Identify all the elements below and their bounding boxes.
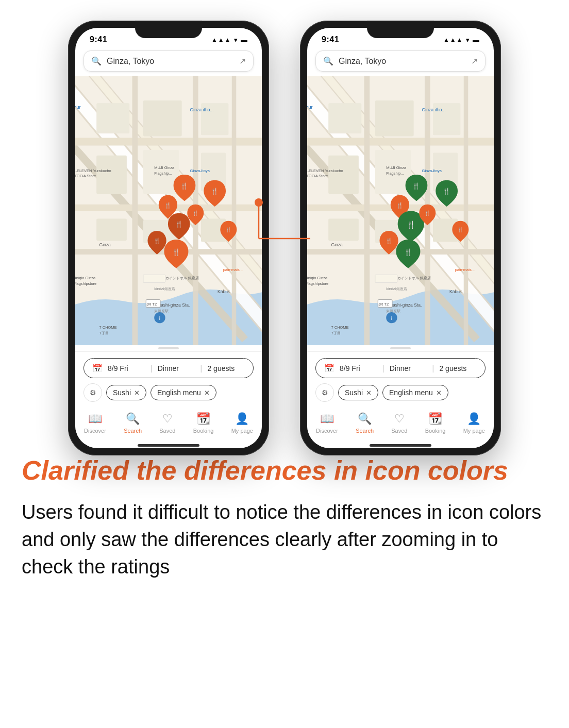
battery-icon-left: ▬: [241, 36, 247, 44]
phone-right-notch: [367, 21, 434, 38]
phone-right-wrapper: 9:41 ▲▲▲ ▾ ▬ 🔍 Ginza, Tokyo ↗: [300, 21, 501, 455]
meal-text-left: Dinner: [158, 364, 195, 373]
svg-text:🍴: 🍴: [404, 248, 412, 257]
scroll-bar-right: [390, 347, 411, 349]
svg-text:🍴: 🍴: [424, 210, 430, 216]
svg-text:7 CHOME: 7 CHOME: [99, 325, 117, 330]
sushi-chip-label-left: Sushi: [113, 388, 131, 397]
svg-text:Kabuk: Kabuk: [217, 289, 230, 294]
date-bar-left[interactable]: 📅 8/9 Fri | Dinner | 2 guests: [83, 358, 254, 378]
sushi-chip-close-right[interactable]: ✕: [366, 389, 372, 397]
nav-booking-left[interactable]: 📆 Booking: [193, 412, 214, 434]
svg-text:7 CHOME: 7 CHOME: [331, 325, 349, 330]
booking-icon-left: 📆: [196, 412, 210, 426]
svg-text:🍴: 🍴: [172, 248, 180, 257]
nav-saved-left[interactable]: ♡ Saved: [159, 412, 175, 434]
wifi-icon-left: ▾: [234, 36, 238, 44]
svg-text:🍴: 🍴: [457, 227, 463, 233]
sushi-chip-label-right: Sushi: [345, 388, 363, 397]
svg-rect-73: [375, 100, 414, 136]
svg-text:pain·mais...: pain·mais...: [455, 267, 475, 272]
filter-button-left[interactable]: ⚙: [83, 383, 102, 402]
filter-button-right[interactable]: ⚙: [315, 383, 334, 402]
english-menu-close-left[interactable]: ✕: [204, 389, 210, 397]
search-icon-right: 🔍: [323, 56, 333, 66]
svg-text:Flagship...: Flagship...: [154, 171, 172, 176]
bottom-area-right: 📅 8/9 Fri | Dinner | 2 guests ⚙ Sushi: [307, 351, 494, 408]
english-menu-label-right: English menu: [389, 388, 433, 397]
search-nav-icon-right: 🔍: [358, 412, 372, 426]
nav-discover-left[interactable]: 📖 Discover: [84, 412, 106, 434]
bottom-nav-right: 📖 Discover 🔍 Search ♡ Saved 📆: [307, 408, 494, 444]
map-area-left[interactable]: Yur Ginza-itho... 7-ELEVEN Yurakucho ITO…: [75, 76, 262, 345]
guests-text-right: 2 guests: [439, 364, 477, 373]
svg-text:JR T2: JR T2: [378, 302, 389, 307]
nav-mypage-right[interactable]: 👤 My page: [463, 412, 485, 434]
nav-mypage-label-right: My page: [463, 428, 485, 434]
status-time-right: 9:41: [322, 35, 339, 44]
svg-text:Flagshipstore: Flagshipstore: [75, 281, 96, 286]
battery-icon-right: ▬: [473, 36, 479, 44]
svg-rect-78: [328, 219, 359, 241]
location-icon-right: ↗: [471, 56, 478, 66]
bottom-nav-left: 📖 Discover 🔍 Search ♡ Saved 📆: [75, 408, 262, 444]
svg-text:Ginza-itho...: Ginza-itho...: [422, 107, 446, 112]
english-menu-chip-left[interactable]: English menu ✕: [150, 385, 216, 400]
english-menu-chip-right[interactable]: English menu ✕: [382, 385, 448, 400]
svg-text:🍴: 🍴: [225, 227, 231, 233]
body-paragraph: Users found it difficult to notice the d…: [22, 499, 547, 581]
svg-rect-72: [328, 103, 361, 133]
calendar-icon-right: 📅: [324, 363, 334, 373]
svg-text:🍴: 🍴: [175, 221, 183, 228]
phone-right-frame: 9:41 ▲▲▲ ▾ ▬ 🔍 Ginza, Tokyo ↗: [300, 21, 501, 455]
svg-text:🍴: 🍴: [154, 238, 161, 244]
guests-text-left: 2 guests: [207, 364, 245, 373]
nav-mypage-left[interactable]: 👤 My page: [231, 412, 253, 434]
svg-text:i: i: [391, 315, 392, 321]
nav-discover-right[interactable]: 📖 Discover: [316, 412, 338, 434]
home-indicator-left: [75, 444, 262, 448]
nav-discover-label-left: Discover: [84, 428, 106, 434]
nav-booking-right[interactable]: 📆 Booking: [425, 412, 446, 434]
svg-text:Yur: Yur: [75, 104, 81, 110]
search-bar-right[interactable]: 🔍 Ginza, Tokyo ↗: [315, 50, 486, 72]
discover-icon-left: 📖: [88, 412, 102, 426]
svg-rect-18: [96, 219, 127, 241]
map-area-right[interactable]: Yur Ginza-itho... 7-ELEVEN Yurakucho ITO…: [307, 76, 494, 345]
sushi-chip-close-left[interactable]: ✕: [134, 389, 140, 397]
mypage-icon-left: 👤: [235, 412, 249, 426]
map-svg-left: Yur Ginza-itho... 7-ELEVEN Yurakucho ITO…: [75, 76, 262, 345]
svg-text:🍴: 🍴: [407, 221, 416, 229]
home-indicator-right: [307, 444, 494, 448]
svg-text:🍴: 🍴: [396, 202, 404, 209]
svg-text:Flagshipstore: Flagshipstore: [307, 281, 328, 286]
sushi-chip-right[interactable]: Sushi ✕: [338, 385, 378, 400]
search-bar-left[interactable]: 🔍 Ginza, Tokyo ↗: [83, 50, 254, 72]
signal-icon-left: ▲▲▲: [211, 36, 231, 44]
svg-text:Yur: Yur: [307, 104, 313, 110]
page-container: 9:41 ▲▲▲ ▾ ▬ 🔍 Ginza, Tokyo ↗: [0, 0, 569, 601]
nav-search-left[interactable]: 🔍 Search: [124, 412, 142, 434]
svg-text:ITOCiA Store: ITOCiA Store: [75, 174, 96, 178]
discover-icon-right: 📖: [320, 412, 334, 426]
date-bar-right[interactable]: 📅 8/9 Fri | Dinner | 2 guests: [315, 358, 486, 378]
nav-mypage-label-left: My page: [231, 428, 253, 434]
svg-text:Ginza-Itoya: Ginza-Itoya: [422, 168, 442, 173]
search-text-right: Ginza, Tokyo: [339, 57, 466, 66]
svg-text:7-ELEVEN Yurakucho: 7-ELEVEN Yurakucho: [75, 168, 111, 173]
sushi-chip-left[interactable]: Sushi ✕: [106, 385, 146, 400]
search-icon-left: 🔍: [91, 56, 102, 66]
booking-icon-right: 📆: [428, 412, 442, 426]
nav-search-right[interactable]: 🔍 Search: [356, 412, 374, 434]
svg-text:kindal銀座店: kindal銀座店: [386, 286, 407, 291]
svg-text:🍴: 🍴: [180, 182, 188, 190]
svg-text:Ginza-Itoya: Ginza-Itoya: [190, 168, 210, 173]
map-svg-right: Yur Ginza-itho... 7-ELEVEN Yurakucho ITO…: [307, 76, 494, 345]
mypage-icon-right: 👤: [467, 412, 481, 426]
home-bar-left: [138, 444, 199, 447]
nav-saved-label-right: Saved: [391, 428, 407, 434]
english-menu-close-right[interactable]: ✕: [436, 389, 442, 397]
nav-saved-right[interactable]: ♡ Saved: [391, 412, 407, 434]
svg-text:🍴: 🍴: [412, 182, 420, 190]
svg-text:7丁目: 7丁目: [99, 331, 109, 335]
